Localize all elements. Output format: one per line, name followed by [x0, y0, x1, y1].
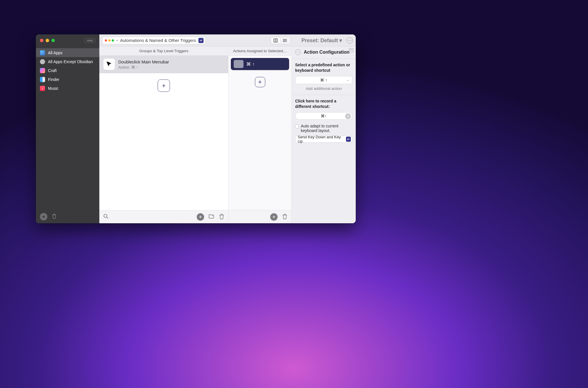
svg-point-4: [104, 214, 107, 217]
craft-app-icon: [40, 68, 45, 73]
sidebar-item-label: All Apps: [48, 51, 63, 55]
groups-header: Groups & Top Level Triggers: [99, 46, 228, 56]
toolbar: • Automations & Named & Other Triggers ▴…: [99, 34, 356, 46]
minimize-icon[interactable]: [46, 39, 49, 42]
shortcut-input[interactable]: ⌘↑ ✕: [295, 112, 352, 120]
trigger-subtitle: Action: ⌘ ↑: [118, 65, 169, 69]
svg-rect-0: [274, 39, 278, 42]
traffic-lights-icon: [105, 39, 114, 42]
circle-icon: [40, 59, 45, 64]
delete-action-button[interactable]: [282, 213, 288, 221]
sidebar-item-craft[interactable]: Craft: [36, 66, 99, 75]
finder-app-icon: [40, 77, 45, 82]
action-shortcut: ⌘ ↑: [246, 61, 254, 67]
preset-selector[interactable]: Preset: Default ▾: [301, 37, 342, 44]
detach-panel-button[interactable]: [349, 48, 353, 52]
groups-column: Groups & Top Level Triggers Doubleclick …: [99, 46, 229, 223]
add-group-button[interactable]: +: [197, 213, 204, 221]
add-additional-action-link[interactable]: Add additional action: [295, 86, 352, 91]
window-traffic-lights[interactable]: [40, 39, 55, 42]
new-folder-button[interactable]: [208, 213, 214, 221]
clear-shortcut-button[interactable]: ✕: [345, 113, 351, 119]
delete-sidebar-item-button[interactable]: [51, 213, 57, 220]
view-mode-segment[interactable]: [270, 37, 291, 44]
action-thumbnail: [234, 60, 243, 68]
sidebar-item-music[interactable]: ♪ Music: [36, 84, 99, 93]
view-columns-icon[interactable]: [271, 37, 281, 44]
dropdown-value: ⌘ ↑: [320, 78, 327, 82]
view-list-icon[interactable]: [281, 37, 290, 44]
sidebar-item-label: All Apps Except Obsidian: [48, 59, 93, 64]
zoom-icon[interactable]: [51, 39, 55, 42]
sidebar-item-all-apps[interactable]: All Apps: [36, 48, 99, 57]
music-app-icon: ♪: [40, 86, 45, 91]
config-more-button[interactable]: ⋯: [295, 49, 301, 55]
sidebar-item-label: Craft: [48, 68, 57, 73]
actions-column: Actions Assigned to Selected… ⌘ ↑ + +: [229, 46, 292, 223]
add-sidebar-item-button[interactable]: +: [40, 213, 47, 220]
predefined-action-label: Select a predefined action or keyboard s…: [295, 62, 352, 73]
auto-adapt-checkbox[interactable]: Auto adapt to current keyboard layout.: [295, 124, 352, 133]
actions-header: Actions Assigned to Selected…: [229, 46, 291, 56]
config-title: Action Configuration: [304, 49, 349, 55]
search-button[interactable]: [103, 213, 109, 221]
auto-adapt-label: Auto adapt to current keyboard layout.: [301, 124, 352, 133]
globe-icon: [40, 50, 45, 55]
svg-point-2: [283, 40, 284, 41]
chevron-down-icon: ⌄: [347, 78, 349, 82]
add-action-button[interactable]: +: [255, 77, 265, 87]
predefined-action-dropdown[interactable]: ⌘ ↑ ⌄: [295, 76, 352, 84]
back-button[interactable]: <<<: [85, 38, 95, 43]
action-card[interactable]: ⌘ ↑: [231, 58, 289, 70]
cursor-icon: [103, 59, 115, 70]
trigger-row[interactable]: Doubleclick Main Menubar Action: ⌘ ↑ 〉: [99, 56, 228, 73]
send-mode-select[interactable]: Send Key Down and Key Up ▴▾: [295, 136, 352, 143]
chevron-right-icon: 〉: [223, 62, 226, 67]
checkbox-icon: [295, 124, 299, 129]
delete-trigger-button[interactable]: [218, 213, 225, 221]
record-shortcut-label: Click here to record a different shortcu…: [295, 98, 352, 109]
sidebar-item-label: Finder: [48, 77, 59, 82]
sidebar-item-finder[interactable]: Finder: [36, 75, 99, 84]
close-icon[interactable]: [40, 39, 43, 42]
stepper-icon: ▴▾: [346, 137, 351, 142]
svg-point-1: [283, 39, 284, 40]
sidebar-item-label: Music: [48, 86, 59, 91]
add-action-footer-button[interactable]: +: [270, 213, 278, 221]
config-column: ⋯ Action Configuration Select a predefin…: [292, 46, 356, 223]
category-selector[interactable]: • Automations & Named & Other Triggers ▴…: [102, 37, 206, 44]
add-trigger-button[interactable]: +: [158, 79, 170, 92]
trigger-title: Doubleclick Main Menubar: [118, 59, 169, 64]
shortcut-value: ⌘↑: [321, 114, 327, 118]
stepper-icon: ▴▾: [198, 38, 204, 43]
sidebar-item-all-apps-except[interactable]: All Apps Except Obsidian: [36, 57, 99, 66]
send-mode-value: Send Key Down and Key Up: [298, 135, 344, 143]
sidebar: <<< All Apps All Apps Except Obsidian Cr…: [36, 34, 99, 223]
category-label: Automations & Named & Other Triggers: [120, 38, 196, 43]
svg-point-3: [283, 41, 284, 42]
app-window: <<< All Apps All Apps Except Obsidian Cr…: [36, 34, 356, 223]
more-button[interactable]: ⋯: [347, 37, 353, 44]
